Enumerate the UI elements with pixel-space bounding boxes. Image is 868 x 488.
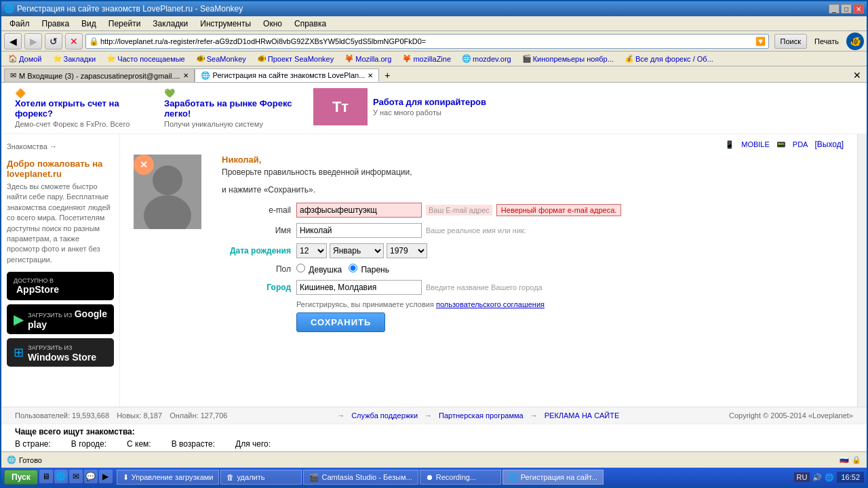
menu-file[interactable]: Файл xyxy=(4,18,35,30)
bookmark-home[interactable]: 🏠 Домой xyxy=(4,54,46,64)
vk-icon[interactable]: ✕ xyxy=(134,155,154,175)
stop-button[interactable]: ✕ xyxy=(65,33,83,49)
ads-link[interactable]: РЕКЛАМА НА САЙТЕ xyxy=(545,411,620,420)
menu-bookmarks[interactable]: Закладки xyxy=(147,18,193,30)
ad-text-1: Демо-счет Форекс в FxPro. Всего xyxy=(15,120,151,128)
lang-indicator: RU xyxy=(794,472,810,482)
name-input[interactable] xyxy=(296,223,422,238)
googleplay-small: ЗАГРУЗИТЬ ИЗ xyxy=(28,312,72,319)
ad-title-3[interactable]: Работа для копирайтеров xyxy=(373,97,486,107)
close-notification-button[interactable]: ✕ xyxy=(850,68,864,82)
dob-selects: 12 Январь Февраль Март 1979 xyxy=(296,243,427,258)
taskbar-quick-launch: 🖥 🌐 ✉ 💬 ▶ xyxy=(39,470,113,485)
bookmarks-bar: 🏠 Домой ⭐ Закладки ⭐ Часто посещаемые 🐠 … xyxy=(1,52,867,66)
menu-go[interactable]: Перейти xyxy=(103,18,146,30)
tab-close-loveplanet[interactable]: ✕ xyxy=(368,72,373,79)
chat-quick-icon[interactable]: 💬 xyxy=(84,470,98,483)
ad-title-2[interactable]: Заработать на рынке Форекс легко! xyxy=(164,98,300,119)
ad-title-1[interactable]: Хотели открыть счет на форекс? xyxy=(15,98,151,119)
print-button[interactable]: Печать xyxy=(810,37,844,45)
tab-gmail[interactable]: ✉ M Входящие (3) - zapascusatineprosit@g… xyxy=(4,68,195,82)
bookmark-project[interactable]: 🐠 Проект SeaMonkey xyxy=(253,54,338,64)
menu-help[interactable]: Справка xyxy=(289,18,332,30)
bookmark-bookmarks[interactable]: ⭐ Закладки xyxy=(49,54,100,64)
taskbar-quick5[interactable]: ▶ xyxy=(99,470,113,483)
partner-link[interactable]: Партнерская программа xyxy=(439,411,524,420)
dob-year-select[interactable]: 1979 xyxy=(387,243,427,258)
googleplay-button[interactable]: ▶ ЗАГРУЗИТЬ ИЗ Google play xyxy=(7,304,114,334)
mobile-icon: 📱 xyxy=(725,140,734,149)
email-input[interactable] xyxy=(296,203,422,218)
start-button[interactable]: Пуск xyxy=(4,470,38,485)
support-link[interactable]: Служба поддержки xyxy=(351,411,418,420)
tab-loveplanet[interactable]: 🌐 Регистрация на сайте знакомств LovePla… xyxy=(195,68,380,82)
gender-male-radio[interactable] xyxy=(349,264,357,272)
city-input[interactable] xyxy=(296,280,422,295)
dob-month-select[interactable]: Январь Февраль Март xyxy=(330,243,384,258)
delete-icon: 🗑 xyxy=(226,473,234,481)
ad-text-3: Работа для копирайтеров У нас много рабо… xyxy=(373,97,486,117)
taskbar-recording[interactable]: ⏺ Recording... xyxy=(420,470,501,485)
close-button[interactable]: ✕ xyxy=(853,4,864,14)
email-label: e-mail xyxy=(222,205,296,215)
recording-icon: ⏺ xyxy=(426,473,433,481)
browser-quick-icon[interactable]: 🌐 xyxy=(54,470,68,483)
col-who: С кем: xyxy=(127,439,151,449)
windows-icon: ⊞ xyxy=(14,345,24,360)
ad-banner-3[interactable]: Тт xyxy=(313,88,368,125)
gender-female-label[interactable]: Девушка xyxy=(296,264,342,274)
refresh-button[interactable]: ↺ xyxy=(45,33,62,49)
lock-icon: 🔽 xyxy=(755,37,766,46)
bookmark-seamonkey[interactable]: 🐠 SeaMonkey xyxy=(192,54,250,64)
email-hint: Ваш E-mail адрес xyxy=(426,205,492,216)
pda-link[interactable]: PDA xyxy=(793,140,808,149)
user-greeting: Николай, xyxy=(222,155,844,165)
terms-link[interactable]: пользовательского соглашения xyxy=(436,300,545,308)
windowsstore-text: ЗАГРУЗИТЬ ИЗ Windows Store xyxy=(28,342,107,363)
status-right: 🇷🇺 🔒 xyxy=(840,455,861,464)
menu-view[interactable]: Вид xyxy=(76,18,102,30)
url-input[interactable] xyxy=(100,37,755,45)
ad-forex-earn: 💚 Заработать на рынке Форекс легко! Полу… xyxy=(164,88,300,128)
maximize-button[interactable]: □ xyxy=(841,4,852,14)
taskbar-downloads[interactable]: ⬇ Управление загрузками xyxy=(117,470,220,485)
save-button[interactable]: СОХРАНИТЬ xyxy=(296,312,385,332)
gender-female-radio[interactable] xyxy=(296,264,305,272)
menu-edit[interactable]: Правка xyxy=(37,18,75,30)
back-button[interactable]: ◀ xyxy=(4,33,22,49)
mobile-pda-links: 📱 MOBILE 📟 PDA xyxy=(725,140,808,149)
tab-close-gmail[interactable]: ✕ xyxy=(183,72,189,79)
forward-button[interactable]: ▶ xyxy=(24,33,42,49)
new-tab-button[interactable]: + xyxy=(382,68,393,82)
scrollbar[interactable] xyxy=(857,134,867,407)
taskbar-delete[interactable]: 🗑 удалить xyxy=(220,470,302,485)
bottom-section: Чаще всего ищут знакомства: В стране: В … xyxy=(1,424,867,451)
dob-label: Дата рождения xyxy=(222,246,296,256)
minimize-button[interactable]: _ xyxy=(829,4,840,14)
taskbar-loveplanet[interactable]: 🌐 Регистрация на сайт... xyxy=(502,470,604,485)
appstore-button[interactable]: ДОСТУПНО В AppStore xyxy=(7,272,114,300)
mobile-link[interactable]: MOBILE xyxy=(741,140,770,149)
bookmark-mozdev[interactable]: 🌐 mozdev.org xyxy=(458,54,515,64)
appstore-small-text: ДОСТУПНО В xyxy=(14,277,107,284)
footer: Пользователей: 19,593,668 Новых: 8,187 О… xyxy=(1,407,867,424)
search-button[interactable]: Поиск xyxy=(774,34,807,49)
bookmark-kino[interactable]: 🎬 Кинопремьеры ноябр... xyxy=(518,54,618,64)
logout-link[interactable]: [Выход] xyxy=(814,140,844,149)
dob-day-select[interactable]: 12 xyxy=(296,243,327,258)
menu-window[interactable]: Окно xyxy=(258,18,288,30)
city-label: Город xyxy=(222,283,296,292)
browser-window: 🌐 Регистрация на сайте знакомств LovePla… xyxy=(0,0,868,488)
taskbar-camtasia[interactable]: 🎬 Camtasia Studio - Безым... xyxy=(303,470,418,485)
bookmark-mozillazine[interactable]: 🦊 mozillaZine xyxy=(398,54,455,64)
menu-tools[interactable]: Инструменты xyxy=(195,18,256,30)
gender-male-label[interactable]: Парень xyxy=(349,264,389,274)
name-label: Имя xyxy=(222,226,296,235)
mail-quick-icon[interactable]: ✉ xyxy=(69,470,83,483)
bookmark-forex[interactable]: 💰 Все для форекс / Об... xyxy=(620,54,717,64)
windowsstore-button[interactable]: ⊞ ЗАГРУЗИТЬ ИЗ Windows Store xyxy=(7,338,114,367)
copyright: Copyright © 2005-2014 «Loveplanet» xyxy=(729,411,853,420)
show-desktop-icon[interactable]: 🖥 xyxy=(39,470,53,483)
bookmark-frequent[interactable]: ⭐ Часто посещаемые xyxy=(102,54,189,64)
bookmark-mozilla[interactable]: 🦊 Mozilla.org xyxy=(340,54,395,64)
